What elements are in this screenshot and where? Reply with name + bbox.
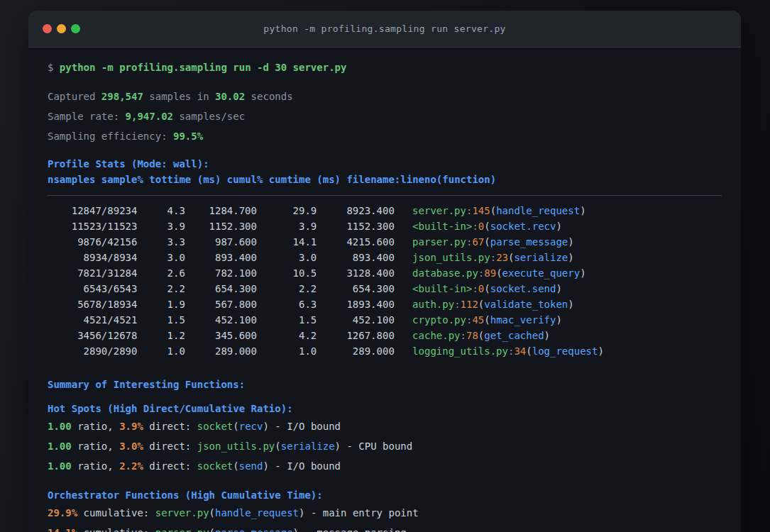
cumul-pct-cell: 3.9 <box>257 218 317 234</box>
cumtime-cell: 3128.400 <box>317 265 395 281</box>
function-name: validate_token <box>484 299 568 310</box>
orchestrator-item: 14.1%cumulative:parser.py(parse_message)… <box>48 523 722 532</box>
nsamples-cell: 3456/12678 <box>48 328 137 343</box>
file-name: parser.py <box>412 236 466 248</box>
nsamples-cell: 5678/18934 <box>48 297 137 312</box>
direct-pct: 3.9% <box>119 421 143 432</box>
open-paren: ( <box>233 421 238 432</box>
close-paren: ) <box>556 283 561 294</box>
orchestrators-list: 29.9%cumulative:server.py(handle_request… <box>48 503 722 532</box>
open-paren: ( <box>526 345 532 357</box>
location-cell: logging_utils.py:34(log_request) <box>412 345 604 357</box>
note-text: - message parsing <box>304 527 406 532</box>
ratio-value: 1.00 <box>48 421 72 432</box>
location-ref: socket(send) <box>197 460 275 472</box>
close-paren: ) <box>556 221 561 232</box>
close-paren: ) <box>299 507 304 519</box>
tottime-cell: 987.600 <box>185 234 257 250</box>
close-paren: ) <box>568 299 573 310</box>
sample-pct-cell: 1.0 <box>137 343 185 359</box>
direct-pct: 3.0% <box>119 440 143 452</box>
cumtime-cell: 289.000 <box>317 343 395 359</box>
colon: : <box>454 299 460 310</box>
cumul-pct-cell: 2.2 <box>257 281 317 297</box>
minimize-button[interactable] <box>57 24 66 33</box>
efficiency-value: 99.5% <box>173 131 203 142</box>
close-paren: ) <box>568 236 573 248</box>
open-paren: ( <box>233 460 238 472</box>
location-cell: server.py:145(handle_request) <box>412 205 585 216</box>
file-name: socket <box>197 421 233 432</box>
nsamples-cell: 9876/42156 <box>48 234 137 250</box>
colon: : <box>472 221 478 232</box>
sample-pct-cell: 3.0 <box>137 250 185 265</box>
nsamples-cell: 7821/31284 <box>48 265 137 281</box>
cumul-pct-cell: 29.9 <box>257 203 317 218</box>
function-name: log_request <box>532 345 598 357</box>
tottime-cell: 1284.700 <box>185 203 257 218</box>
nsamples-cell: 2890/2890 <box>48 343 137 359</box>
direct-label: direct: <box>149 421 191 432</box>
file-name: socket <box>197 460 233 472</box>
location-cell: cache.py:78(get_cached) <box>412 330 550 341</box>
capture-summary: Captured298,547samples in30.02seconds Sa… <box>48 87 722 146</box>
hot-spot-item: 1.00ratio,3.9%direct:socket(recv)- I/O b… <box>48 416 722 436</box>
location-cell: json_utils.py:23(serialize) <box>412 252 574 263</box>
cumtime-cell: 1267.800 <box>317 328 395 343</box>
cumulative-label: cumulative: <box>84 507 150 519</box>
nsamples-cell: 4521/4521 <box>48 312 137 328</box>
file-name: parser.py <box>155 527 209 532</box>
table-row: 5678/189341.9567.8006.31893.400auth.py:1… <box>48 297 722 312</box>
ratio-label: ratio, <box>77 421 114 432</box>
close-paren: ) <box>263 460 268 472</box>
sample-pct-cell: 4.3 <box>137 203 185 218</box>
location-cell: auth.py:112(validate_token) <box>412 299 574 310</box>
captured-mid: samples in <box>149 91 209 102</box>
function-name: recv <box>239 421 263 432</box>
close-paren: ) <box>568 252 573 263</box>
tottime-cell: 782.100 <box>185 265 257 281</box>
cumul-pct-cell: 6.3 <box>257 297 317 312</box>
close-paren: ) <box>544 330 550 341</box>
line-number: 23 <box>496 252 508 263</box>
cumtime-cell: 8923.400 <box>317 203 395 218</box>
titlebar: python -m profiling.sampling run server.… <box>28 11 741 48</box>
stats-table: 12847/892344.31284.70029.98923.400server… <box>48 203 722 359</box>
line-number: 34 <box>514 345 526 357</box>
hot-spot-item: 1.00ratio,3.0%direct:json_utils.py(seria… <box>48 436 722 456</box>
function-name: hmac_verify <box>490 314 556 326</box>
colon: : <box>472 283 478 294</box>
file-name: server.py <box>412 205 466 216</box>
file-name: <built-in> <box>412 283 472 294</box>
function-name: parse_message <box>215 527 293 532</box>
summary-section-title: Summary of Interesting Functions: <box>48 377 722 392</box>
cumul-pct-cell: 1.5 <box>257 312 317 328</box>
close-button[interactable] <box>43 24 52 33</box>
tottime-cell: 567.800 <box>185 297 257 312</box>
nsamples-cell: 6543/6543 <box>48 281 137 297</box>
open-paren: ( <box>209 507 215 519</box>
maximize-button[interactable] <box>71 24 80 33</box>
command-line: $python -m profiling.sampling run -d 30 … <box>48 60 722 75</box>
file-name: json_utils.py <box>197 440 275 452</box>
efficiency-line: Sampling efficiency:99.5% <box>48 126 722 146</box>
file-name: <built-in> <box>412 221 472 232</box>
hot-spots-list: 1.00ratio,3.9%direct:socket(recv)- I/O b… <box>48 416 722 476</box>
nsamples-cell: 12847/89234 <box>48 203 137 218</box>
cumtime-cell: 4215.600 <box>317 234 395 250</box>
orchestrator-item: 29.9%cumulative:server.py(handle_request… <box>48 503 722 523</box>
hot-spot-item: 1.00ratio,2.2%direct:socket(send)- I/O b… <box>48 456 722 476</box>
file-name: crypto.py <box>412 314 466 326</box>
colon: : <box>490 252 496 263</box>
note-text: - CPU bound <box>346 440 412 452</box>
stats-section-title: Profile Stats (Mode: wall): <box>48 156 722 172</box>
function-name: get_cached <box>484 330 544 341</box>
file-name: database.py <box>412 267 478 279</box>
file-name: auth.py <box>412 299 454 310</box>
file-name: server.py <box>155 507 209 519</box>
rate-label: Sample rate: <box>48 111 119 122</box>
function-name: socket.send <box>490 283 556 294</box>
open-paren: ( <box>496 267 502 279</box>
function-name: handle_request <box>496 205 580 216</box>
ratio-value: 1.00 <box>48 440 72 452</box>
